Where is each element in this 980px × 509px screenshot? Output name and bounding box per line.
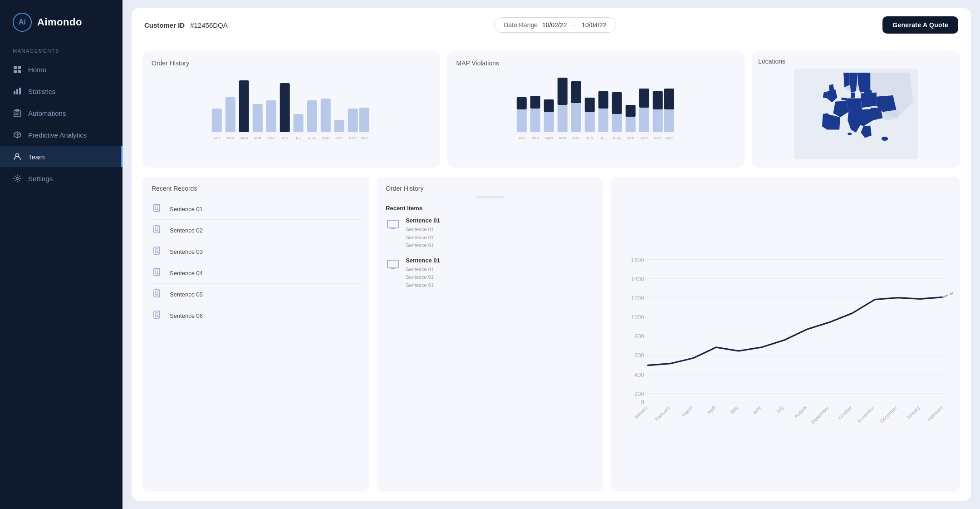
svg-rect-60 [639,108,649,132]
order-item-sub-1-1: Sentence 01 [406,226,440,234]
generate-quote-button[interactable]: Generate A Quote [882,16,958,34]
content-area: Order History [132,42,971,501]
svg-rect-58 [625,117,635,132]
svg-rect-108 [156,312,158,316]
line-chart-svg: 1600 1400 1200 1000 800 600 400 200 0 [618,183,953,485]
top-row: Order History [142,51,960,168]
record-item-1[interactable]: Sentence 01 [152,198,360,220]
svg-rect-82 [154,204,160,212]
svg-text:MAY: MAY [572,136,580,140]
svg-rect-26 [334,120,344,132]
sidebar-item-settings[interactable]: Settings [0,168,122,189]
svg-rect-65 [664,89,674,109]
svg-rect-20 [253,104,263,132]
record-item-4[interactable]: Sentence 04 [152,262,360,284]
locations-card: Locations [752,51,960,168]
svg-line-12 [14,133,17,135]
bottom-row: Recent Records Sentence 01 [142,177,960,492]
document-icon-5 [152,288,164,301]
svg-rect-1 [18,66,21,69]
svg-text:FEB: FEB [532,136,539,140]
sidebar-item-predictive-analytics[interactable]: Predictive Analytics [0,124,122,145]
main-area: Customer ID #12456DQA Date Range 10/02/2… [122,0,980,509]
sidebar: Ai Aimondo MANAGEMENTS Home [0,0,122,509]
grid-icon [13,65,22,74]
svg-text:September: September [810,405,830,425]
svg-text:1400: 1400 [631,276,644,282]
bar-chart-icon [13,87,22,96]
svg-text:January: January [633,404,649,420]
sidebar-item-automations[interactable]: Automations [0,103,122,124]
svg-text:NOV: NOV [349,136,357,140]
date-range-pill[interactable]: Date Range 10/02/22 - 10/04/22 [494,17,616,33]
svg-text:NOV: NOV [654,136,662,140]
record-item-3[interactable]: Sentence 03 [152,241,360,262]
sidebar-item-statistics[interactable]: Statistics [0,81,122,102]
svg-text:April: April [706,405,716,415]
logo-name: Aimondo [37,16,82,28]
sidebar-item-label-team: Team [28,153,45,161]
order-item-title-1: Sentence 01 [406,217,440,224]
record-label-1: Sentence 01 [170,206,203,212]
svg-rect-3 [18,70,21,73]
svg-point-80 [882,137,888,141]
sidebar-item-label-predictive: Predictive Analytics [28,131,87,139]
document-icon-6 [152,309,164,322]
map-violations-title: MAP Violations [456,59,736,67]
monitor-icon-1 [386,218,400,232]
svg-rect-92 [154,247,160,254]
svg-text:DEC: DEC [665,136,673,140]
svg-rect-44 [530,109,540,132]
record-label-6: Sentence 06 [170,312,203,319]
svg-rect-54 [598,109,608,132]
order-history-chart: JAN FEB MAR APR MAY JUN JUL AUG SEP OCT … [152,72,431,145]
svg-text:1600: 1600 [631,257,644,263]
svg-rect-22 [280,83,290,132]
svg-rect-21 [266,100,276,132]
svg-line-13 [17,133,20,135]
sidebar-nav: Home Statistics [0,59,122,189]
order-item-sub-1-2: Sentence 01 [406,234,440,242]
svg-text:AUG: AUG [308,136,316,140]
svg-text:November: November [856,405,876,424]
svg-rect-2 [14,70,17,73]
recent-items-label: Recent Items [386,205,594,212]
svg-rect-52 [584,112,594,132]
record-item-6[interactable]: Sentence 06 [152,305,360,326]
svg-text:June: June [751,405,762,416]
svg-text:July: July [775,404,785,414]
svg-rect-93 [156,248,158,252]
svg-text:800: 800 [634,333,644,340]
date-to: 10/04/22 [582,21,607,29]
document-icon-4 [152,267,164,279]
order-item-sub-2-3: Sentence 01 [406,282,440,290]
svg-text:APR: APR [559,136,566,140]
date-range-area: Date Range 10/02/22 - 10/04/22 [494,17,616,33]
svg-rect-102 [154,290,160,297]
svg-rect-56 [612,114,622,132]
date-from: 10/02/22 [542,21,567,29]
svg-text:MAY: MAY [267,136,275,140]
order-item-sub-1-3: Sentence 01 [406,242,440,250]
record-item-2[interactable]: Sentence 02 [152,220,360,241]
svg-rect-55 [598,91,608,109]
logo-icon: Ai [13,13,32,32]
locations-title: Locations [758,58,954,65]
sidebar-item-team[interactable]: Team [0,146,122,167]
sidebar-item-home[interactable]: Home [0,59,122,80]
svg-rect-23 [294,114,304,132]
svg-text:February: February [926,404,944,422]
svg-point-81 [848,133,852,135]
order-history-panel: Order History Recent Items Sentence 01 S… [377,177,603,492]
svg-text:JAN: JAN [213,136,220,140]
svg-rect-19 [239,80,249,132]
record-label-3: Sentence 03 [170,248,203,255]
svg-text:MAR: MAR [240,136,248,140]
svg-rect-61 [639,89,649,108]
logo-area: Ai Aimondo [0,13,122,48]
order-item-group-1: Sentence 01 Sentence 01 Sentence 01 Sent… [386,217,594,250]
sidebar-item-label-settings: Settings [28,175,53,183]
record-item-5[interactable]: Sentence 05 [152,284,360,305]
line-chart-card: 1600 1400 1200 1000 800 600 400 200 0 [611,177,960,492]
svg-rect-88 [156,227,158,231]
